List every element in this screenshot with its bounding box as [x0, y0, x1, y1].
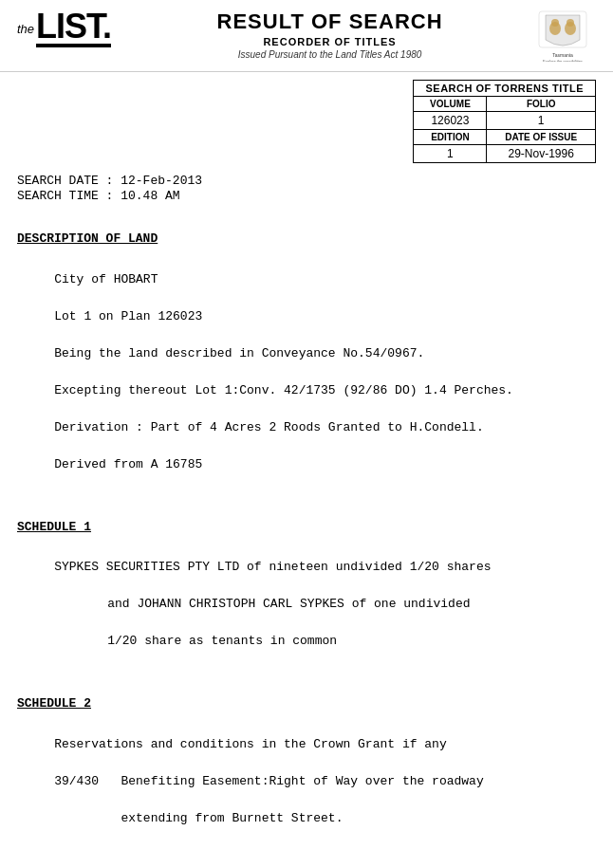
- desc-line-5: Derivation : Part of 4 Acres 2 Roods Gra…: [54, 420, 483, 434]
- sched1-line2: and JOHANN CHRISTOPH CARL SYPKES of one …: [54, 597, 470, 611]
- folio-value: 1: [487, 112, 596, 130]
- schedule1-content: SYPKES SECURITIES PTY LTD of nineteen un…: [17, 540, 596, 670]
- desc-line-2: Lot 1 on Plan 126023: [54, 309, 202, 323]
- tasmania-logo-area: Tasmania Explore the possibilities: [529, 9, 596, 65]
- svg-text:Explore the possibilities: Explore the possibilities: [543, 59, 583, 62]
- svg-point-4: [567, 19, 574, 27]
- sched1-line1: SYPKES SECURITIES PTY LTD of nineteen un…: [54, 560, 491, 574]
- date-issue-value: 29-Nov-1996: [487, 145, 596, 163]
- sched2-line1: Reservations and conditions in the Crown…: [54, 737, 446, 751]
- desc-line-3: Being the land described in Conveyance N…: [54, 346, 424, 360]
- logo-list-text: LIST.: [36, 9, 111, 47]
- edition-label: EDITION: [414, 130, 487, 145]
- desc-line-6: Derived from A 16785: [54, 457, 202, 471]
- torrens-heading: SEARCH OF TORRENS TITLE: [414, 81, 596, 97]
- desc-line-1: City of HOBART: [54, 272, 158, 286]
- tasmania-logo-icon: Tasmania Explore the possibilities: [534, 9, 591, 62]
- header-center: RESULT OF SEARCH RECORDER OF TITLES Issu…: [111, 9, 529, 60]
- volume-label: VOLUME: [414, 97, 487, 112]
- page-header: the LIST. RESULT OF SEARCH RECORDER OF T…: [0, 0, 613, 72]
- sched2-line2: 39/430 Benefiting Easement:Right of Way …: [54, 774, 483, 788]
- schedule1-title: SCHEDULE 1: [17, 520, 91, 534]
- schedule2-title: SCHEDULE 2: [17, 696, 91, 711]
- folio-label: FOLIO: [487, 97, 596, 112]
- svg-text:Tasmania: Tasmania: [552, 52, 573, 58]
- search-time: SEARCH TIME : 10.48 AM: [17, 189, 596, 203]
- schedule2-section: SCHEDULE 2 Reservations and conditions i…: [0, 687, 613, 850]
- issued-text: Issued Pursuant to the Land Titles Act 1…: [130, 49, 529, 60]
- recorder-subtitle: RECORDER OF TITLES: [130, 36, 529, 47]
- schedule1-section: SCHEDULE 1 SYPKES SECURITIES PTY LTD of …: [0, 510, 613, 674]
- result-title: RESULT OF SEARCH: [130, 9, 529, 34]
- edition-value: 1: [414, 145, 487, 163]
- svg-point-2: [551, 19, 559, 27]
- logo-the-text: the: [17, 22, 34, 36]
- description-content: City of HOBART Lot 1 on Plan 126023 Bein…: [17, 251, 596, 492]
- unregistered-section: UNREGISTERED DEALINGS AND NOTATIONS No u…: [0, 864, 613, 869]
- torrens-section: SEARCH OF TORRENS TITLE VOLUME FOLIO 126…: [0, 72, 613, 163]
- search-info: SEARCH DATE : 12-Feb-2013 SEARCH TIME : …: [0, 163, 613, 208]
- torrens-table: SEARCH OF TORRENS TITLE VOLUME FOLIO 126…: [413, 80, 596, 163]
- logo-area: the LIST.: [17, 9, 111, 47]
- description-section: DESCRIPTION OF LAND City of HOBART Lot 1…: [0, 222, 613, 496]
- date-issue-label: DATE OF ISSUE: [487, 130, 596, 145]
- sched1-line3: 1/20 share as tenants in common: [54, 634, 337, 648]
- schedule2-content: Reservations and conditions in the Crown…: [17, 716, 596, 846]
- sched2-line3: extending from Burnett Street.: [54, 811, 343, 825]
- desc-line-4: Excepting thereout Lot 1:Conv. 42/1735 (…: [54, 383, 513, 397]
- volume-value: 126023: [414, 112, 487, 130]
- search-date: SEARCH DATE : 12-Feb-2013: [17, 174, 596, 188]
- description-title: DESCRIPTION OF LAND: [17, 231, 158, 246]
